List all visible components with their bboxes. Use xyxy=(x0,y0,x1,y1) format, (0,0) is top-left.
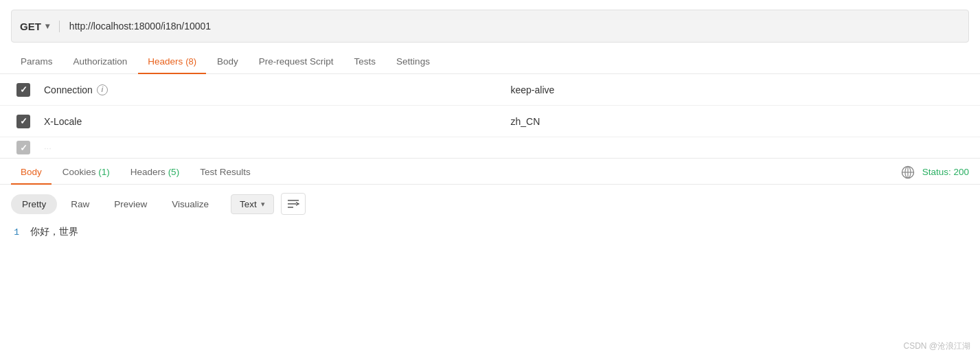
status-badge: Status: 200 xyxy=(922,167,969,177)
method-label: GET xyxy=(20,21,41,32)
headers-table: Connection i keep-alive X-Locale zh_CN ·… xyxy=(0,74,980,159)
view-tab-preview[interactable]: Preview xyxy=(103,194,158,214)
table-row-partial: ··· xyxy=(0,137,980,158)
connection-key: Connection xyxy=(44,84,93,95)
table-row: X-Locale zh_CN xyxy=(0,106,980,137)
rtab-test-results[interactable]: Test Results xyxy=(190,160,260,184)
format-dropdown[interactable]: Text ▾ xyxy=(231,194,274,214)
cookies-badge: (1) xyxy=(98,167,110,177)
line-number: 1 xyxy=(5,227,19,238)
tab-headers[interactable]: Headers (8) xyxy=(138,49,206,73)
line-content: 你好，世界 xyxy=(30,226,78,238)
xlocale-checkbox[interactable] xyxy=(16,115,30,128)
rtab-cookies[interactable]: Cookies (1) xyxy=(53,160,119,184)
view-tabs: Pretty Raw Preview Visualize Text ▾ xyxy=(0,185,980,223)
response-headers-badge: (5) xyxy=(168,167,180,177)
watermark: CSDN @沧浪江湖 xyxy=(903,340,970,352)
xlocale-key: X-Locale xyxy=(44,116,82,127)
view-tab-visualize[interactable]: Visualize xyxy=(161,194,220,214)
format-chevron-icon: ▾ xyxy=(261,200,265,209)
rtab-headers[interactable]: Headers (5) xyxy=(121,160,189,184)
connection-checkbox[interactable] xyxy=(16,83,30,97)
response-tabs: Body Cookies (1) Headers (5) Test Result… xyxy=(0,160,980,185)
tab-tests[interactable]: Tests xyxy=(345,49,386,73)
url-bar: GET ▾ xyxy=(11,10,969,43)
method-selector[interactable]: GET ▾ xyxy=(20,21,60,32)
partial-checkbox[interactable] xyxy=(16,141,30,154)
word-wrap-button[interactable] xyxy=(281,193,306,215)
tab-settings[interactable]: Settings xyxy=(387,49,440,73)
globe-icon[interactable] xyxy=(900,165,915,180)
status-area: Status: 200 xyxy=(900,165,969,180)
connection-value: keep-alive xyxy=(511,84,555,95)
url-input[interactable] xyxy=(60,21,960,32)
method-chevron: ▾ xyxy=(45,21,49,31)
table-row: Connection i keep-alive xyxy=(0,74,980,106)
line-row: 1 你好，世界 xyxy=(5,226,969,238)
request-tabs: Params Authorization Headers (8) Body Pr… xyxy=(0,49,980,74)
format-label: Text xyxy=(240,199,257,209)
tab-authorization[interactable]: Authorization xyxy=(64,49,137,73)
tab-body[interactable]: Body xyxy=(207,49,248,73)
rtab-body[interactable]: Body xyxy=(11,160,52,184)
connection-info-icon[interactable]: i xyxy=(97,84,108,95)
response-content: 1 你好，世界 xyxy=(0,223,980,241)
view-tab-pretty[interactable]: Pretty xyxy=(11,194,57,214)
view-tab-raw[interactable]: Raw xyxy=(60,194,100,214)
headers-badge: (8) xyxy=(185,56,196,67)
tab-params[interactable]: Params xyxy=(11,49,62,73)
xlocale-value: zh_CN xyxy=(511,116,540,127)
tab-prerequest[interactable]: Pre-request Script xyxy=(249,49,343,73)
